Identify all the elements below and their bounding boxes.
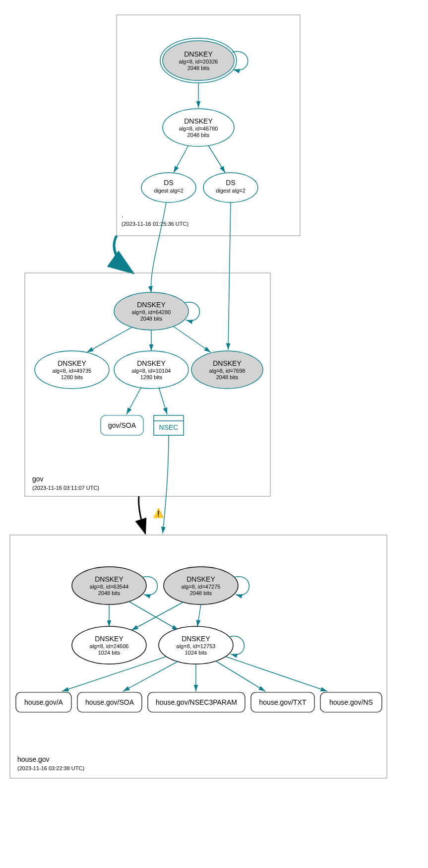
edge-gov-ksk-zsk1 bbox=[87, 328, 131, 352]
svg-text:2048 bits: 2048 bits bbox=[190, 590, 212, 596]
node-house-ksk2: DNSKEY alg=8, id=47275 2048 bits bbox=[164, 567, 238, 604]
edge-root-zsk-ds2 bbox=[208, 145, 225, 173]
zone-gov-timestamp: (2023-11-16 03:11:07 UTC) bbox=[32, 485, 99, 491]
svg-text:2048 bits: 2048 bits bbox=[140, 316, 163, 322]
node-house-rr-txt: house.gov/TXT bbox=[251, 692, 314, 712]
edge-gov-zsk2-soa bbox=[126, 387, 141, 414]
node-house-ksk1: DNSKEY alg=8, id=63544 2048 bits bbox=[72, 567, 146, 604]
svg-text:DNSKEY: DNSKEY bbox=[137, 301, 166, 309]
svg-text:alg=8, id=10104: alg=8, id=10104 bbox=[132, 368, 171, 374]
svg-text:DNSKEY: DNSKEY bbox=[95, 575, 123, 583]
edge-nsec-house bbox=[163, 435, 169, 534]
node-gov-ksk: DNSKEY alg=8, id=64280 2048 bits bbox=[114, 292, 188, 330]
svg-text:DNSKEY: DNSKEY bbox=[95, 635, 123, 643]
edge-house-ksk2-zsk2 bbox=[197, 604, 201, 627]
svg-text:house.gov/NSEC3PARAM: house.gov/NSEC3PARAM bbox=[156, 698, 237, 706]
edge-root-to-gov-zone bbox=[114, 236, 133, 273]
svg-text:alg=8, id=63544: alg=8, id=63544 bbox=[90, 584, 129, 590]
svg-text:digest alg=2: digest alg=2 bbox=[216, 188, 245, 194]
node-root-zsk: DNSKEY alg=8, id=46780 2048 bits bbox=[163, 109, 234, 146]
svg-text:alg=8, id=24606: alg=8, id=24606 bbox=[90, 643, 129, 649]
svg-text:DNSKEY: DNSKEY bbox=[58, 359, 86, 367]
svg-text:2048 bits: 2048 bits bbox=[187, 65, 210, 71]
node-root-ds1: DS digest alg=2 bbox=[141, 173, 196, 202]
svg-text:alg=8, id=49735: alg=8, id=49735 bbox=[53, 368, 92, 374]
svg-text:NSEC: NSEC bbox=[159, 423, 179, 431]
svg-text:DS: DS bbox=[226, 179, 235, 187]
node-gov-ksk2: DNSKEY alg=8, id=7698 2048 bits bbox=[191, 351, 263, 389]
svg-text:alg=8, id=12753: alg=8, id=12753 bbox=[177, 643, 216, 649]
node-gov-soa: gov/SOA bbox=[101, 415, 143, 435]
svg-text:house.gov/NS: house.gov/NS bbox=[329, 698, 373, 706]
svg-text:alg=8, id=64280: alg=8, id=64280 bbox=[132, 309, 171, 315]
node-house-rr-nsec3param: house.gov/NSEC3PARAM bbox=[148, 692, 245, 712]
edge-zsk2-ns bbox=[226, 657, 327, 691]
edge-house-ksk2-zsk1 bbox=[131, 602, 183, 630]
svg-text:alg=8, id=47275: alg=8, id=47275 bbox=[182, 584, 221, 590]
svg-text:2048 bits: 2048 bits bbox=[98, 590, 121, 596]
svg-text:DNSKEY: DNSKEY bbox=[137, 359, 166, 367]
zone-house-label: house.gov bbox=[17, 755, 50, 763]
edge-gov-to-house-delegation bbox=[139, 496, 145, 534]
svg-text:digest alg=2: digest alg=2 bbox=[154, 188, 183, 194]
zone-gov-label: gov bbox=[32, 475, 44, 483]
svg-text:alg=8, id=46780: alg=8, id=46780 bbox=[179, 126, 218, 132]
node-house-zsk2: DNSKEY alg=8, id=12753 1024 bits bbox=[159, 626, 233, 664]
svg-text:DS: DS bbox=[164, 179, 173, 187]
edge-gov-ksk-ksk2 bbox=[174, 327, 211, 352]
svg-text:alg=8, id=7698: alg=8, id=7698 bbox=[209, 368, 245, 374]
edge-root-ksk-self bbox=[232, 52, 248, 70]
node-root-ksk: DNSKEY alg=8, id=20326 2048 bits bbox=[160, 38, 237, 83]
svg-text:DNSKEY: DNSKEY bbox=[184, 117, 213, 125]
node-house-rr-ns: house.gov/NS bbox=[320, 692, 382, 712]
svg-text:1280 bits: 1280 bits bbox=[140, 374, 163, 380]
edge-zsk2-soa bbox=[123, 661, 179, 691]
edge-zsk2-txt bbox=[216, 661, 265, 691]
svg-text:DNSKEY: DNSKEY bbox=[186, 575, 215, 583]
zone-house-timestamp: (2023-11-16 03:22:38 UTC) bbox=[17, 765, 84, 771]
svg-text:house.gov/SOA: house.gov/SOA bbox=[85, 698, 134, 706]
svg-text:alg=8, id=20326: alg=8, id=20326 bbox=[179, 59, 218, 65]
svg-text:gov/SOA: gov/SOA bbox=[108, 421, 136, 429]
svg-text:house.gov/A: house.gov/A bbox=[24, 698, 63, 706]
warning-icon: ⚠️ bbox=[153, 508, 164, 519]
node-house-rr-a: house.gov/A bbox=[16, 692, 71, 712]
node-gov-nsec: NSEC bbox=[154, 415, 183, 435]
svg-text:1024 bits: 1024 bits bbox=[98, 650, 121, 656]
edge-ds2-gov-ksk2 bbox=[228, 202, 231, 350]
edge-root-zsk-ds1 bbox=[174, 145, 188, 173]
svg-text:1280 bits: 1280 bits bbox=[61, 374, 83, 380]
svg-text:2048 bits: 2048 bits bbox=[187, 132, 210, 138]
node-gov-zsk1: DNSKEY alg=8, id=49735 1280 bits bbox=[35, 351, 109, 389]
svg-text:1024 bits: 1024 bits bbox=[185, 650, 207, 656]
node-root-ds2: DS digest alg=2 bbox=[203, 173, 258, 202]
edge-gov-zsk2-nsec bbox=[159, 387, 167, 414]
svg-text:house.gov/TXT: house.gov/TXT bbox=[259, 698, 306, 706]
zone-root-timestamp: (2023-11-16 01:25:36 UTC) bbox=[122, 221, 188, 227]
zone-root-label: . bbox=[122, 211, 123, 219]
svg-text:2048 bits: 2048 bits bbox=[216, 374, 239, 380]
edge-house-ksk1-zsk2 bbox=[129, 601, 179, 630]
svg-text:DNSKEY: DNSKEY bbox=[182, 635, 210, 643]
svg-text:DNSKEY: DNSKEY bbox=[184, 50, 213, 58]
node-house-zsk1: DNSKEY alg=8, id=24606 1024 bits bbox=[72, 626, 146, 664]
dnssec-diagram: . (2023-11-16 01:25:36 UTC) DNSKEY alg=8… bbox=[5, 5, 423, 863]
node-house-rr-soa: house.gov/SOA bbox=[77, 692, 142, 712]
svg-text:DNSKEY: DNSKEY bbox=[213, 359, 242, 367]
edge-ds1-gov-ksk bbox=[151, 202, 166, 293]
node-gov-zsk2: DNSKEY alg=8, id=10104 1280 bits bbox=[114, 351, 188, 389]
